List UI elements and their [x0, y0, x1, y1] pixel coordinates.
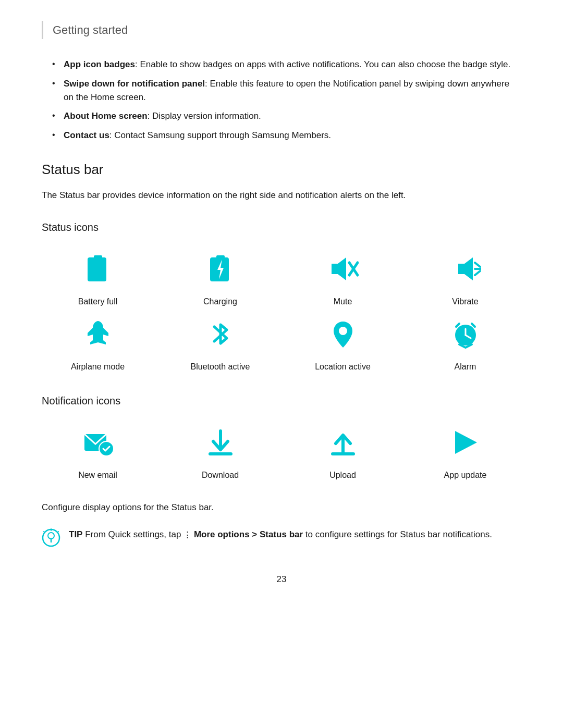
upload-svg: [327, 427, 359, 458]
location-label: Location active: [315, 360, 371, 374]
svg-marker-5: [332, 257, 346, 280]
svg-point-12: [339, 327, 347, 335]
tip-bold: More options > Status bar: [194, 529, 303, 539]
airplane-icon: [77, 313, 119, 355]
tip-text-1: From Quick settings, tap: [85, 529, 183, 539]
tip-lightbulb-icon: [42, 528, 60, 547]
section-desc: The Status bar provides device informati…: [42, 188, 521, 202]
charging-icon: [200, 248, 241, 290]
svg-line-11: [475, 271, 480, 275]
battery-full-label: Battery full: [78, 295, 118, 309]
new-email-icon: [77, 422, 119, 463]
page-header: Getting started: [42, 21, 521, 39]
alarm-icon: [445, 313, 486, 355]
bluetooth-label: Bluetooth active: [191, 360, 250, 374]
bullet-term-4: Contact us: [64, 130, 109, 140]
icon-item-alarm: Alarm: [409, 313, 521, 374]
section-title: Status bar: [42, 159, 521, 181]
icon-item-battery-full: Battery full: [42, 248, 154, 309]
icon-item-airplane: Airplane mode: [42, 313, 154, 374]
alarm-svg: [450, 318, 481, 350]
tip-label: TIP: [69, 529, 82, 539]
location-svg: [327, 318, 359, 350]
bullet-item-4: Contact us: Contact Samsung support thro…: [52, 129, 521, 142]
more-options-dots: ⋮: [183, 530, 191, 539]
bullet-list: App icon badges: Enable to show badges o…: [42, 58, 521, 142]
icon-item-upload: Upload: [287, 422, 399, 482]
tip-box: TIP From Quick settings, tap ⋮ More opti…: [42, 527, 521, 552]
tip-paragraph: TIP From Quick settings, tap ⋮ More opti…: [69, 527, 492, 541]
mute-svg: [327, 253, 359, 285]
download-svg: [205, 427, 236, 458]
svg-rect-1: [94, 255, 102, 258]
vibrate-svg: [450, 253, 481, 285]
tip-icon: [42, 528, 60, 552]
svg-rect-3: [216, 255, 225, 258]
bullet-item-3: About Home screen: Display version infor…: [52, 109, 521, 123]
download-label: Download: [202, 468, 239, 482]
tip-text-2: to configure settings for Status bar not…: [305, 529, 492, 539]
bullet-item-2: Swipe down for notification panel: Enabl…: [52, 77, 521, 105]
notification-icons-grid: New email Download Upload: [42, 422, 521, 482]
vibrate-icon: [445, 248, 486, 290]
svg-marker-8: [458, 257, 473, 280]
bullet-term-3: About Home screen: [64, 111, 148, 121]
charging-label: Charging: [203, 295, 237, 309]
bullet-item-1: App icon badges: Enable to show badges o…: [52, 58, 521, 71]
icon-item-location: Location active: [287, 313, 399, 374]
icon-item-new-email: New email: [42, 422, 154, 482]
airplane-svg: [82, 318, 114, 350]
bluetooth-icon: [200, 313, 241, 355]
bullet-term-1: App icon badges: [64, 59, 135, 69]
icon-item-vibrate: Vibrate: [409, 248, 521, 309]
svg-line-17: [472, 324, 475, 327]
icon-item-download: Download: [164, 422, 276, 482]
svg-rect-0: [88, 257, 106, 281]
battery-full-icon: [77, 248, 119, 290]
svg-line-16: [456, 324, 459, 327]
mute-icon: [322, 248, 364, 290]
page-number: 23: [42, 572, 521, 586]
configure-text: Configure display options for the Status…: [42, 500, 521, 514]
svg-marker-24: [455, 431, 477, 454]
alarm-label: Alarm: [455, 360, 476, 374]
page-header-title: Getting started: [53, 23, 128, 36]
download-icon: [200, 422, 241, 463]
app-update-icon: [445, 422, 486, 463]
svg-point-26: [48, 533, 54, 539]
airplane-label: Airplane mode: [71, 360, 125, 374]
svg-point-25: [43, 529, 59, 546]
notification-icons-title: Notification icons: [42, 392, 521, 409]
vibrate-label: Vibrate: [452, 295, 478, 309]
new-email-svg: [82, 427, 114, 458]
charging-svg: [205, 253, 236, 285]
icon-item-bluetooth: Bluetooth active: [164, 313, 276, 374]
icon-item-mute: Mute: [287, 248, 399, 309]
app-update-svg: [450, 427, 481, 458]
location-icon: [322, 313, 364, 355]
bullet-term-2: Swipe down for notification panel: [64, 79, 205, 89]
upload-label: Upload: [329, 468, 356, 482]
icon-item-app-update: App update: [409, 422, 521, 482]
bullet-rest-3: : Display version information.: [148, 111, 261, 121]
upload-icon: [322, 422, 364, 463]
app-update-label: App update: [444, 468, 487, 482]
svg-line-29: [57, 532, 58, 533]
bullet-rest-4: : Contact Samsung support through Samsun…: [109, 130, 331, 140]
mute-label: Mute: [334, 295, 352, 309]
bluetooth-svg: [205, 318, 236, 350]
status-icons-grid: Battery full Charging Mute: [42, 248, 521, 374]
new-email-label: New email: [78, 468, 117, 482]
svg-line-9: [475, 263, 480, 267]
battery-full-svg: [82, 253, 114, 285]
status-icons-title: Status icons: [42, 219, 521, 236]
icon-item-charging: Charging: [164, 248, 276, 309]
bullet-rest-1: : Enable to show badges on apps with act…: [135, 59, 510, 69]
svg-line-30: [44, 532, 45, 533]
